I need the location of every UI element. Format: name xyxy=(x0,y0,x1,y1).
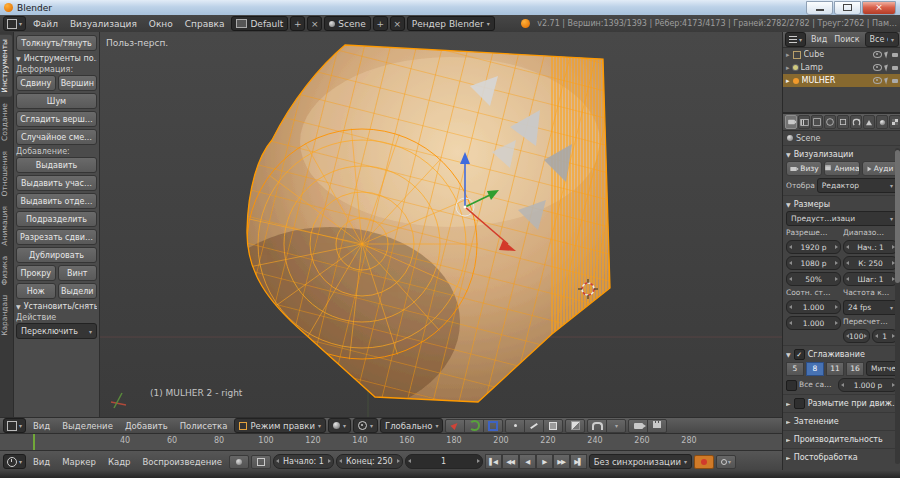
aa-filter-dropdown[interactable]: Митчелл ▾ xyxy=(866,361,898,376)
modifiers-context-button[interactable] xyxy=(850,115,862,129)
keying-set-dropdown[interactable]: ▾ xyxy=(716,455,736,469)
aa-samples-5-button[interactable]: 5 xyxy=(786,362,804,376)
menu-view[interactable]: Вид xyxy=(28,421,55,431)
render-visibility-icon[interactable] xyxy=(892,53,898,57)
duplicate-button[interactable]: Дублировать xyxy=(16,247,97,263)
render-presets-dropdown[interactable]: Предуст…изаци ▾ xyxy=(786,211,898,226)
toggle-panel-header[interactable]: ▼ Установить/снять вкл… xyxy=(16,302,97,311)
window-titlebar[interactable]: Blender × xyxy=(0,0,900,16)
tab-relations[interactable]: Отношения xyxy=(0,147,12,201)
editor-type-button[interactable]: ▾ xyxy=(3,16,26,31)
extrude-button[interactable]: Выдавить xyxy=(16,157,97,173)
jump-to-start-button[interactable]: ▌◀ xyxy=(485,454,502,469)
menu-frame[interactable]: Кадр xyxy=(103,457,136,467)
menu-help[interactable]: Справка xyxy=(180,19,230,29)
editor-type-button[interactable]: ▾ xyxy=(3,418,26,433)
add-scene-button[interactable]: + xyxy=(373,16,388,31)
render-visibility-icon[interactable] xyxy=(892,79,898,83)
tab-create[interactable]: Создание xyxy=(0,99,12,145)
jump-to-end-button[interactable]: ▶▌ xyxy=(570,454,587,469)
filter-size-field[interactable]: 1.000 p xyxy=(838,378,898,392)
frame-start-field[interactable]: Нач.: 1 xyxy=(843,240,898,254)
eye-icon[interactable] xyxy=(873,64,882,71)
start-frame-field[interactable]: Начало: 1 xyxy=(273,454,334,469)
knife-button[interactable]: Нож xyxy=(16,283,56,299)
sync-dropdown[interactable]: Без синхронизации ▾ xyxy=(589,454,692,469)
motion-blur-checkbox[interactable] xyxy=(794,398,805,409)
framerate-dropdown[interactable]: 24 fps ▾ xyxy=(843,300,898,315)
frame-end-field[interactable]: К: 250 xyxy=(843,256,898,270)
aa-samples-16-button[interactable]: 16 xyxy=(846,362,864,376)
material-context-button[interactable] xyxy=(876,115,888,129)
scrollbar-thumb[interactable] xyxy=(895,150,900,283)
spin-button[interactable]: Прокру xyxy=(16,265,56,281)
render-layers-context-button[interactable] xyxy=(798,115,810,129)
tab-tools[interactable]: Инструменты xyxy=(0,35,12,97)
eye-icon[interactable] xyxy=(873,77,882,84)
next-keyframe-button[interactable]: ▶▶ xyxy=(553,454,570,469)
screen-layout-selector[interactable]: Default xyxy=(231,16,288,31)
aa-samples-11-button[interactable]: 11 xyxy=(826,362,844,376)
randomize-button[interactable]: Случайное сме… xyxy=(16,129,97,145)
render-visibility-icon[interactable] xyxy=(892,66,898,70)
outliner-item-lamp[interactable]: ▸ Lamp xyxy=(783,61,900,74)
auto-keyframe-button[interactable] xyxy=(694,455,714,469)
display-dropdown[interactable]: Редактор ▾ xyxy=(817,178,898,193)
play-button[interactable]: ▶ xyxy=(536,454,553,469)
current-frame-field[interactable]: 1 xyxy=(405,454,483,469)
properties-scrollbar[interactable] xyxy=(895,148,900,464)
tab-grease-pencil[interactable]: Карандаш xyxy=(0,291,12,340)
post-processing-panel-header[interactable]: ► Постобработка xyxy=(786,451,898,464)
menu-add[interactable]: Добавить xyxy=(120,421,173,431)
antialiasing-panel-header[interactable]: ▼ ✓ Сглаживание xyxy=(786,348,898,361)
aspect-y-field[interactable]: 1.000 xyxy=(786,316,841,330)
shading-panel-header[interactable]: ► Затенение xyxy=(786,415,898,428)
loop-cut-button[interactable]: Разрезать сдви… xyxy=(16,229,97,245)
object-context-button[interactable] xyxy=(837,115,849,129)
scale-manipulator-button[interactable] xyxy=(483,419,503,433)
menu-marker[interactable]: Маркер xyxy=(57,457,101,467)
outliner-item-mulher[interactable]: ▸ MULHER xyxy=(783,74,900,87)
menu-playback[interactable]: Воспроизведение xyxy=(137,457,227,467)
resolution-x-field[interactable]: 1920 p xyxy=(786,240,841,254)
limit-to-visible-button[interactable] xyxy=(565,419,585,433)
opengl-render-button[interactable] xyxy=(628,419,648,433)
face-select-button[interactable] xyxy=(543,419,563,433)
display-filter-dropdown[interactable]: Все сце… ▾ xyxy=(865,32,899,47)
shading-dropdown[interactable]: ▾ xyxy=(328,418,351,433)
editor-type-button[interactable]: ▾ xyxy=(785,32,806,47)
tab-physics[interactable]: Физика xyxy=(0,252,12,289)
expander-icon[interactable]: ▸ xyxy=(786,77,790,85)
tab-animation[interactable]: Анимация xyxy=(0,202,12,250)
mode-dropdown[interactable]: Режим правки ▾ xyxy=(234,418,326,433)
resolution-percent-field[interactable]: 50% xyxy=(786,272,841,286)
resolution-y-field[interactable]: 1080 p xyxy=(786,256,841,270)
extrude-region-button[interactable]: Выдавить учас… xyxy=(16,175,97,191)
snap-element-dropdown[interactable]: ▾ xyxy=(606,419,626,433)
rotate-manipulator-button[interactable] xyxy=(464,419,484,433)
render-panel-header[interactable]: ▼ Визуализации xyxy=(786,148,898,161)
smooth-vertex-button[interactable]: Сгладить верш… xyxy=(16,111,97,127)
scene-context-button[interactable] xyxy=(811,115,823,129)
scene-selector[interactable]: Scene xyxy=(324,16,370,31)
selectable-icon[interactable] xyxy=(884,77,890,84)
translate-manipulator-button[interactable] xyxy=(445,419,465,433)
selectable-icon[interactable] xyxy=(884,64,890,71)
expander-icon[interactable]: ▸ xyxy=(786,64,790,72)
outliner-item-cube[interactable]: ▸ Cube xyxy=(783,48,900,61)
timeline-ruler[interactable]: 40 60 80 100 120 140 160 180 200 220 240… xyxy=(0,433,782,451)
opengl-render-anim-button[interactable] xyxy=(647,419,667,433)
remap-old-field[interactable]: 100 xyxy=(843,329,870,343)
select-button[interactable]: Выдели xyxy=(58,283,98,299)
world-context-button[interactable] xyxy=(824,115,836,129)
render-engine-selector[interactable]: Рендер Blender ▾ xyxy=(407,16,495,31)
close-button[interactable]: × xyxy=(862,1,896,15)
edge-select-button[interactable] xyxy=(524,419,544,433)
eye-icon[interactable] xyxy=(873,51,882,58)
viewport[interactable]: Польз-персп. (1) MULHER 2 - right xyxy=(0,32,782,418)
subdivide-button[interactable]: Подразделить xyxy=(16,211,97,227)
maximize-button[interactable] xyxy=(834,1,861,15)
action-dropdown[interactable]: Переключить ▾ xyxy=(16,323,97,339)
pivot-dropdown[interactable]: ▾ xyxy=(353,418,378,433)
vertex-select-button[interactable] xyxy=(505,419,525,433)
